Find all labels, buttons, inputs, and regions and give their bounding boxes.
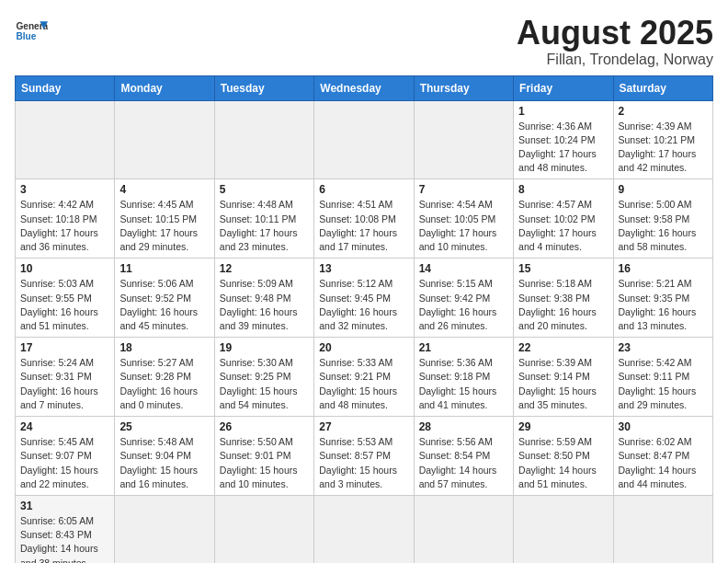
calendar-cell: 12Sunrise: 5:09 AM Sunset: 9:48 PM Dayli… (214, 259, 313, 338)
calendar-cell: 2Sunrise: 4:39 AM Sunset: 10:21 PM Dayli… (613, 100, 712, 179)
svg-text:Blue: Blue (16, 31, 36, 41)
day-number: 9 (619, 183, 708, 196)
day-info: Sunrise: 4:54 AM Sunset: 10:05 PM Daylig… (419, 198, 508, 254)
calendar-cell (414, 495, 513, 563)
day-info: Sunrise: 5:39 AM Sunset: 9:14 PM Dayligh… (518, 356, 608, 412)
day-info: Sunrise: 6:02 AM Sunset: 8:47 PM Dayligh… (619, 435, 708, 491)
calendar-cell: 18Sunrise: 5:27 AM Sunset: 9:28 PM Dayli… (115, 338, 214, 417)
calendar-cell: 11Sunrise: 5:06 AM Sunset: 9:52 PM Dayli… (115, 259, 214, 338)
calendar-cell (414, 100, 513, 179)
calendar-cell: 19Sunrise: 5:30 AM Sunset: 9:25 PM Dayli… (214, 338, 313, 417)
calendar-cell: 25Sunrise: 5:48 AM Sunset: 9:04 PM Dayli… (115, 417, 214, 496)
day-number: 22 (518, 341, 608, 354)
day-info: Sunrise: 5:50 AM Sunset: 9:01 PM Dayligh… (220, 435, 309, 491)
day-number: 18 (119, 341, 209, 354)
day-info: Sunrise: 4:45 AM Sunset: 10:15 PM Daylig… (119, 198, 209, 254)
calendar-cell (314, 100, 414, 179)
day-number: 21 (419, 341, 508, 354)
calendar-cell: 22Sunrise: 5:39 AM Sunset: 9:14 PM Dayli… (514, 338, 613, 417)
day-number: 1 (518, 105, 608, 118)
weekday-header-saturday: Saturday (613, 75, 712, 100)
calendar-cell: 6Sunrise: 4:51 AM Sunset: 10:08 PM Dayli… (314, 179, 414, 259)
calendar-cell (613, 495, 712, 563)
day-info: Sunrise: 4:57 AM Sunset: 10:02 PM Daylig… (518, 198, 608, 254)
weekday-header-tuesday: Tuesday (214, 75, 313, 100)
day-number: 6 (319, 183, 408, 196)
calendar-cell: 10Sunrise: 5:03 AM Sunset: 9:55 PM Dayli… (16, 259, 115, 338)
day-number: 20 (319, 341, 408, 354)
day-info: Sunrise: 4:36 AM Sunset: 10:24 PM Daylig… (518, 120, 608, 176)
day-number: 14 (419, 262, 508, 275)
calendar-cell (16, 100, 115, 179)
day-info: Sunrise: 5:24 AM Sunset: 9:31 PM Dayligh… (20, 356, 109, 412)
day-info: Sunrise: 5:21 AM Sunset: 9:35 PM Dayligh… (619, 277, 708, 333)
day-number: 24 (20, 420, 109, 433)
day-info: Sunrise: 5:36 AM Sunset: 9:18 PM Dayligh… (419, 356, 508, 412)
weekday-header-sunday: Sunday (16, 75, 115, 100)
calendar-week-row: 10Sunrise: 5:03 AM Sunset: 9:55 PM Dayli… (16, 259, 713, 338)
day-number: 10 (20, 262, 109, 275)
day-info: Sunrise: 5:30 AM Sunset: 9:25 PM Dayligh… (220, 356, 309, 412)
calendar-cell: 3Sunrise: 4:42 AM Sunset: 10:18 PM Dayli… (16, 179, 115, 259)
weekday-header-monday: Monday (115, 75, 214, 100)
day-number: 31 (20, 500, 109, 512)
calendar-cell (115, 100, 214, 179)
calendar-cell: 30Sunrise: 6:02 AM Sunset: 8:47 PM Dayli… (613, 417, 712, 496)
calendar-cell (514, 495, 613, 563)
calendar-cell: 14Sunrise: 5:15 AM Sunset: 9:42 PM Dayli… (414, 259, 513, 338)
day-number: 19 (220, 341, 309, 354)
month-year-title: August 2025 (517, 15, 713, 52)
day-info: Sunrise: 4:39 AM Sunset: 10:21 PM Daylig… (619, 120, 708, 176)
calendar-cell: 31Sunrise: 6:05 AM Sunset: 8:43 PM Dayli… (16, 495, 115, 563)
calendar-cell: 4Sunrise: 4:45 AM Sunset: 10:15 PM Dayli… (115, 179, 214, 259)
title-block: August 2025 Fillan, Trondelag, Norway (517, 15, 713, 68)
weekday-header-row: SundayMondayTuesdayWednesdayThursdayFrid… (16, 75, 713, 100)
day-number: 30 (619, 420, 708, 433)
calendar-cell: 5Sunrise: 4:48 AM Sunset: 10:11 PM Dayli… (214, 179, 313, 259)
day-info: Sunrise: 5:00 AM Sunset: 9:58 PM Dayligh… (619, 198, 708, 254)
day-number: 29 (518, 420, 608, 433)
day-info: Sunrise: 5:06 AM Sunset: 9:52 PM Dayligh… (119, 277, 209, 333)
day-number: 13 (319, 262, 408, 275)
day-number: 12 (220, 262, 309, 275)
day-number: 15 (518, 262, 608, 275)
day-number: 27 (319, 420, 408, 433)
day-info: Sunrise: 5:56 AM Sunset: 8:54 PM Dayligh… (419, 435, 508, 491)
calendar-cell: 24Sunrise: 5:45 AM Sunset: 9:07 PM Dayli… (16, 417, 115, 496)
calendar-cell: 20Sunrise: 5:33 AM Sunset: 9:21 PM Dayli… (314, 338, 414, 417)
calendar-cell: 9Sunrise: 5:00 AM Sunset: 9:58 PM Daylig… (613, 179, 712, 259)
calendar-cell: 27Sunrise: 5:53 AM Sunset: 8:57 PM Dayli… (314, 417, 414, 496)
location-subtitle: Fillan, Trondelag, Norway (517, 52, 713, 68)
day-info: Sunrise: 5:45 AM Sunset: 9:07 PM Dayligh… (20, 435, 109, 491)
day-number: 25 (119, 420, 209, 433)
weekday-header-friday: Friday (514, 75, 613, 100)
day-number: 3 (20, 183, 109, 196)
calendar-cell: 21Sunrise: 5:36 AM Sunset: 9:18 PM Dayli… (414, 338, 513, 417)
calendar-cell: 1Sunrise: 4:36 AM Sunset: 10:24 PM Dayli… (514, 100, 613, 179)
day-number: 8 (518, 183, 608, 196)
calendar-cell (314, 495, 414, 563)
logo: General Blue (15, 15, 48, 48)
day-number: 28 (419, 420, 508, 433)
day-number: 26 (220, 420, 309, 433)
day-info: Sunrise: 5:09 AM Sunset: 9:48 PM Dayligh… (220, 277, 309, 333)
day-number: 16 (619, 262, 708, 275)
calendar-cell: 28Sunrise: 5:56 AM Sunset: 8:54 PM Dayli… (414, 417, 513, 496)
day-info: Sunrise: 5:42 AM Sunset: 9:11 PM Dayligh… (619, 356, 708, 412)
calendar-week-row: 31Sunrise: 6:05 AM Sunset: 8:43 PM Dayli… (16, 495, 713, 563)
calendar-week-row: 1Sunrise: 4:36 AM Sunset: 10:24 PM Dayli… (16, 100, 713, 179)
header: General Blue August 2025 Fillan, Trondel… (15, 15, 713, 68)
day-number: 23 (619, 341, 708, 354)
day-number: 4 (119, 183, 209, 196)
weekday-header-wednesday: Wednesday (314, 75, 414, 100)
day-info: Sunrise: 5:15 AM Sunset: 9:42 PM Dayligh… (419, 277, 508, 333)
day-number: 2 (619, 105, 708, 118)
calendar-week-row: 24Sunrise: 5:45 AM Sunset: 9:07 PM Dayli… (16, 417, 713, 496)
calendar-cell: 13Sunrise: 5:12 AM Sunset: 9:45 PM Dayli… (314, 259, 414, 338)
day-number: 5 (220, 183, 309, 196)
calendar-cell (214, 495, 313, 563)
day-info: Sunrise: 4:42 AM Sunset: 10:18 PM Daylig… (20, 198, 109, 254)
day-info: Sunrise: 5:48 AM Sunset: 9:04 PM Dayligh… (119, 435, 209, 491)
calendar-cell: 17Sunrise: 5:24 AM Sunset: 9:31 PM Dayli… (16, 338, 115, 417)
day-info: Sunrise: 5:53 AM Sunset: 8:57 PM Dayligh… (319, 435, 408, 491)
